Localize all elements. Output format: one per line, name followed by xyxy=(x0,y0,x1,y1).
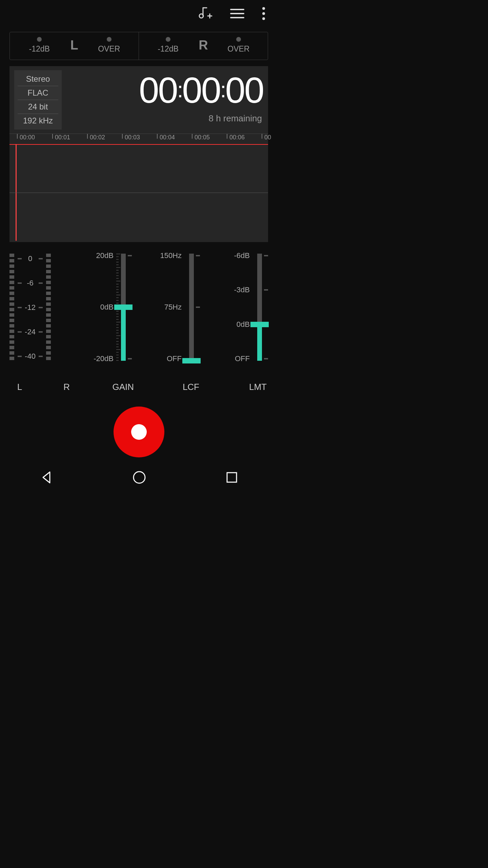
slider-label: OFF xyxy=(167,354,182,363)
timer-mm: 00 xyxy=(182,70,220,111)
nav-recents-icon[interactable] xyxy=(224,470,239,486)
slider-label: 20dB xyxy=(96,251,114,260)
lcf-heading: LCF xyxy=(135,382,203,392)
ruler-tick: 00:03 xyxy=(122,134,140,141)
left-over-label: OVER xyxy=(98,44,120,54)
nav-back-icon[interactable] xyxy=(38,469,55,487)
gain-slider[interactable]: 20dB0dB-20dB xyxy=(74,252,132,381)
level-meter-right xyxy=(46,254,51,360)
ruler-tick: 00:04 xyxy=(157,134,175,141)
ruler-label: 00:02 xyxy=(90,134,105,141)
ruler-label: 00:00 xyxy=(20,134,35,141)
svg-rect-8 xyxy=(227,473,237,482)
level-meter: 0-6-12-24-40 xyxy=(9,252,64,381)
ruler-tick: 00:01 xyxy=(52,134,70,141)
ruler-tick: 00:06 xyxy=(227,134,245,141)
slider-thumb[interactable] xyxy=(182,358,201,363)
playhead-line xyxy=(9,144,268,145)
channel-indicators: -12dB L OVER -12dB R OVER xyxy=(9,32,268,60)
svg-point-4 xyxy=(262,7,265,10)
svg-point-6 xyxy=(262,17,265,20)
ruler-tick: 00:05 xyxy=(192,134,210,141)
gain-heading: GAIN xyxy=(70,382,135,392)
left-neg12-label: -12dB xyxy=(29,44,50,54)
format-depth: 24 bit xyxy=(18,100,58,114)
right-neg12-led xyxy=(166,37,170,42)
record-dot-icon xyxy=(131,424,147,440)
level-tick: -40 xyxy=(18,352,43,361)
level-tick: -12 xyxy=(18,303,43,312)
lmt-heading: LMT xyxy=(203,382,268,392)
right-neg12-label: -12dB xyxy=(158,44,178,54)
format-info: Stereo FLAC 24 bit 192 kHz xyxy=(14,70,62,130)
left-neg12-led xyxy=(37,37,42,42)
slider-thumb[interactable] xyxy=(114,304,133,310)
timer-hh: 00 xyxy=(139,70,177,111)
ruler-tick: 00:00 xyxy=(17,134,35,141)
add-audio-icon[interactable] xyxy=(197,6,212,21)
level-l-heading: L xyxy=(9,382,30,392)
ruler-label: 00:05 xyxy=(195,134,210,141)
ruler-label: 00:03 xyxy=(125,134,140,141)
level-tick: -6 xyxy=(18,279,43,288)
svg-point-5 xyxy=(262,12,265,15)
channel-left-letter: L xyxy=(69,38,79,53)
ruler-label: 00 xyxy=(264,134,271,141)
slider-label: -20dB xyxy=(94,354,114,363)
overflow-icon[interactable] xyxy=(262,7,265,20)
slider-thumb[interactable] xyxy=(250,322,269,327)
format-channels: Stereo xyxy=(18,72,58,86)
time-remaining: 8 h remaining xyxy=(139,113,263,124)
lmt-slider[interactable]: -6dB-3dB0dBOFF xyxy=(210,252,268,381)
ruler-label: 00:06 xyxy=(229,134,245,141)
slider-label: -3dB xyxy=(234,285,250,294)
slider-label: 0dB xyxy=(237,320,250,329)
ruler-tick: 00:02 xyxy=(87,134,105,141)
left-over-led xyxy=(107,37,111,42)
lcf-slider[interactable]: 150Hz75HzOFF xyxy=(142,252,200,381)
svg-point-7 xyxy=(134,472,145,483)
right-over-led xyxy=(236,37,241,42)
slider-fill xyxy=(121,307,126,361)
slider-label: -6dB xyxy=(234,251,250,260)
channel-right-letter: R xyxy=(197,38,209,53)
timer-ss: 00 xyxy=(225,70,263,111)
slider-label: 75Hz xyxy=(164,303,182,312)
slider-label: OFF xyxy=(235,354,250,363)
record-timer: 00:00:00 xyxy=(139,72,263,108)
waveform-display[interactable]: 00:0000:0100:0200:0300:0400:0500:0600 xyxy=(9,134,268,242)
nav-home-icon[interactable] xyxy=(131,469,147,487)
level-meter-left xyxy=(9,254,14,360)
level-r-heading: R xyxy=(30,382,70,392)
ruler-tick: 00 xyxy=(262,134,271,141)
format-codec: FLAC xyxy=(18,86,58,100)
level-tick: 0 xyxy=(18,254,43,263)
ruler-label: 00:04 xyxy=(160,134,175,141)
slider-fill xyxy=(257,324,262,361)
channel-left: -12dB L OVER xyxy=(10,32,139,60)
slider-label: 150Hz xyxy=(160,251,182,260)
right-over-label: OVER xyxy=(227,44,249,54)
ruler-label: 00:01 xyxy=(55,134,70,141)
slider-track xyxy=(189,254,194,361)
menu-icon[interactable] xyxy=(229,7,245,20)
slider-label: 0dB xyxy=(100,303,114,312)
format-rate: 192 kHz xyxy=(18,114,58,127)
channel-right: -12dB R OVER xyxy=(139,32,268,60)
level-tick: -24 xyxy=(18,328,43,336)
record-button[interactable] xyxy=(114,407,164,457)
